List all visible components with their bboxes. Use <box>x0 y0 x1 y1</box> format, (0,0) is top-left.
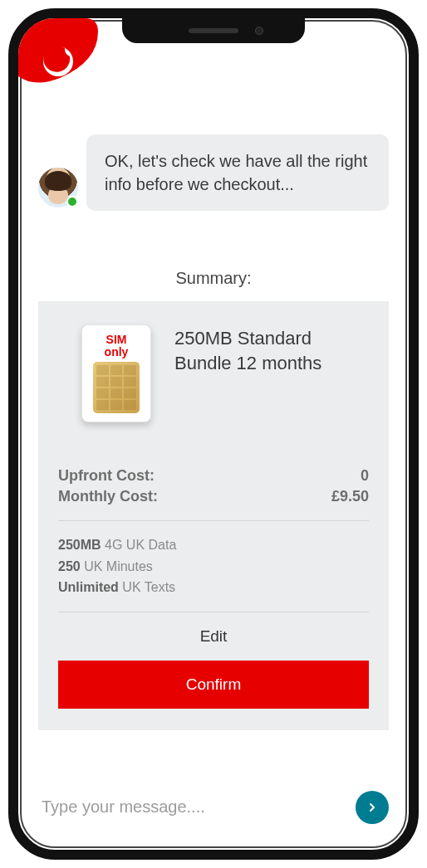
phone-frame: OK, let's check we have all the right in… <box>8 8 419 860</box>
feature-item: Unlimited UK Texts <box>58 577 369 598</box>
upfront-cost-label: Upfront Cost: <box>58 467 155 485</box>
phone-notch <box>122 18 305 43</box>
sim-card-label: SIM only <box>82 334 150 358</box>
assistant-message-bubble: OK, let's check we have all the right in… <box>86 134 389 211</box>
feature-list: 250MB 4G UK Data 250 UK Minutes Unlimite… <box>58 534 369 598</box>
feature-item: 250MB 4G UK Data <box>58 534 369 556</box>
assistant-avatar <box>38 168 78 207</box>
product-row: SIM only 250MB Standard Bundle 12 months <box>58 321 369 442</box>
brand-logo <box>18 18 110 93</box>
summary-heading: Summary: <box>38 269 389 288</box>
edit-button[interactable]: Edit <box>58 627 369 646</box>
confirm-button[interactable]: Confirm <box>58 661 369 709</box>
chevron-right-icon <box>366 801 379 814</box>
speaker-grille <box>189 28 238 33</box>
send-button[interactable] <box>356 791 389 824</box>
presence-indicator-icon <box>66 196 78 207</box>
assistant-message-row: OK, let's check we have all the right in… <box>38 134 389 211</box>
cost-block: Upfront Cost: 0 Monthly Cost: £9.50 <box>58 466 369 507</box>
feature-item: 250 UK Minutes <box>58 556 369 578</box>
monthly-cost-row: Monthly Cost: £9.50 <box>58 486 369 507</box>
assistant-message-text: OK, let's check we have all the right in… <box>105 152 367 193</box>
summary-card: SIM only 250MB Standard Bundle 12 months… <box>38 301 389 730</box>
upfront-cost-row: Upfront Cost: 0 <box>58 466 369 486</box>
sim-chip-icon <box>93 362 140 413</box>
monthly-cost-label: Monthly Cost: <box>58 488 158 505</box>
upfront-cost-value: 0 <box>361 467 369 485</box>
sim-card-icon: SIM only <box>81 324 151 422</box>
message-input-bar <box>38 789 389 825</box>
monthly-cost-value: £9.50 <box>331 488 369 505</box>
divider <box>58 612 369 612</box>
divider <box>58 520 369 521</box>
product-name: 250MB Standard Bundle 12 months <box>174 324 346 375</box>
front-camera <box>255 27 263 35</box>
message-input[interactable] <box>38 789 346 825</box>
